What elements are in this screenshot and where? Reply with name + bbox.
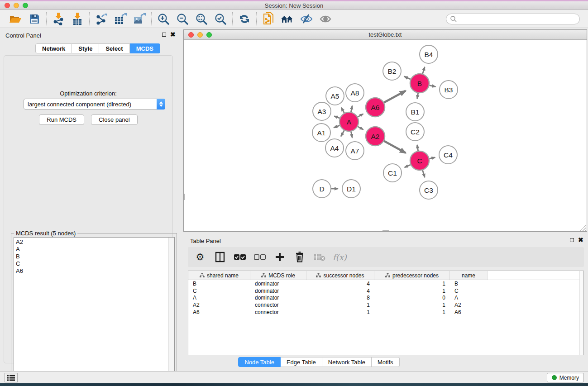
zoom-out-icon[interactable] [175,12,190,26]
table-scrollbar[interactable] [579,271,583,355]
unselect-all-columns-icon[interactable] [253,250,267,264]
run-mcds-button[interactable]: Run MCDS [39,114,84,125]
result-item[interactable]: A [16,246,168,253]
zoom-in-icon[interactable] [156,12,171,26]
table-row[interactable]: Adominator80A [188,294,583,301]
import-network-icon[interactable] [51,12,66,26]
search-field[interactable] [446,14,580,24]
table-cell[interactable]: A6 [188,309,250,316]
edge-A6-B[interactable] [384,91,406,103]
export-network-icon[interactable] [94,12,109,26]
table-cell[interactable]: 1 [374,280,450,287]
tab-motifs[interactable]: Motifs [372,357,400,367]
canvas-hscroll-stub[interactable] [382,230,389,231]
table-cell[interactable]: A2 [188,301,250,309]
edge-A-A4[interactable] [341,130,344,136]
edge-A-A2[interactable] [358,127,363,130]
delete-table-icon[interactable] [313,250,326,264]
column-header-name[interactable]: name [450,271,488,280]
edge-A2-C[interactable] [384,141,406,153]
table-cell[interactable]: A2 [450,301,488,309]
result-item[interactable]: A6 [16,267,168,275]
edge-C-C3[interactable] [423,170,425,177]
table-row[interactable]: Cdominator41C [188,287,583,295]
edge-C-C1[interactable] [405,165,411,167]
edge-A-A3[interactable] [334,116,339,119]
edge-C-C4[interactable] [430,157,435,159]
edge-B-B1[interactable] [417,93,418,99]
result-item[interactable]: B [16,253,168,260]
select-all-columns-icon[interactable] [233,250,247,264]
canvas-vscroll-stub[interactable] [184,194,185,200]
table-cell[interactable]: 4 [306,287,374,295]
task-history-button[interactable] [5,373,18,382]
column-header-shared-name[interactable]: shared name [188,271,250,280]
open-session-icon[interactable] [8,12,23,26]
table-cell[interactable]: C [450,287,488,295]
criterion-dropdown[interactable]: largest connected component (directed) [24,99,165,110]
table-cell[interactable]: 8 [306,294,374,301]
function-builder-icon[interactable]: f(x) [333,253,347,262]
show-all-networks-icon[interactable] [280,12,295,26]
table-row[interactable]: A6connector11A6 [188,309,583,316]
edge-A-A7[interactable] [351,132,352,138]
table-cell[interactable]: 1 [374,287,450,295]
memory-button[interactable]: Memory [547,373,584,382]
table-cell[interactable]: dominator [250,287,306,295]
import-table-icon[interactable] [70,12,85,26]
column-header-MCDS-role[interactable]: MCDS role [250,271,306,280]
table-cell[interactable]: dominator [250,280,306,287]
result-item[interactable]: C [16,260,168,267]
save-session-icon[interactable] [27,12,42,26]
column-header-successor-nodes[interactable]: successor nodes [306,271,374,280]
table-cell[interactable]: 0 [374,294,450,301]
table-panel-close-icon[interactable]: ✖ [578,238,583,242]
edge-B-B3[interactable] [430,86,436,87]
tab-edge-table[interactable]: Edge Table [281,357,322,367]
table-row[interactable]: Bdominator41B [188,280,583,287]
add-column-icon[interactable] [273,250,287,264]
table-cell[interactable]: A [188,294,250,301]
table-settings-gear-icon[interactable]: ⚙ [193,250,207,264]
delete-column-icon[interactable] [293,250,306,264]
result-item[interactable]: A2 [16,238,168,246]
tab-select[interactable]: Select [99,43,129,53]
search-input[interactable] [457,15,579,22]
table-panel-float-icon[interactable] [570,238,574,242]
table-cell[interactable]: 1 [306,309,374,316]
edge-A-A8[interactable] [351,106,352,112]
edge-A-A1[interactable] [334,125,339,128]
column-header-predecessor-nodes[interactable]: predecessor nodes [374,271,450,280]
tab-mcds[interactable]: MCDS [130,43,160,53]
table-cell[interactable]: A6 [450,309,488,316]
table-cell[interactable]: connector [250,301,306,309]
table-cell[interactable]: C [188,287,250,295]
table-cell[interactable]: 1 [306,301,374,309]
refresh-layout-icon[interactable] [237,12,252,26]
tab-node-table[interactable]: Node Table [238,357,281,367]
edge-B-B4[interactable] [423,67,425,74]
export-table-icon[interactable] [113,12,128,26]
network-graph[interactable]: B4B2BB3A5A8A6A3AB1A1A2C2A4A7C4C1CC3DD1 [184,40,587,231]
control-panel-close-icon[interactable]: ✖ [170,32,176,37]
edge-C-C2[interactable] [417,145,418,151]
show-column-icon[interactable] [213,250,227,264]
table-row[interactable]: A2connector11A2 [188,301,583,309]
table-cell[interactable]: 1 [374,309,450,316]
clone-network-icon[interactable] [261,12,276,26]
table-cell[interactable]: connector [250,309,306,316]
control-panel-float-icon[interactable] [162,33,166,37]
table-cell[interactable]: 1 [374,301,450,309]
hide-graphics-details-icon[interactable] [299,12,314,26]
tab-network[interactable]: Network [35,43,72,53]
zoom-fit-icon[interactable] [194,12,209,26]
table-cell[interactable]: B [450,280,488,287]
network-canvas[interactable]: B4B2BB3A5A8A6A3AB1A1A2C2A4A7C4C1CC3DD1 [184,40,587,231]
export-image-icon[interactable] [132,12,147,26]
resize-grip[interactable] [580,224,586,231]
network-view-titlebar[interactable]: testGlobe.txt [184,30,587,40]
show-graphics-details-icon[interactable] [318,12,333,26]
edge-A-A6[interactable] [358,114,363,117]
close-panel-button[interactable]: Close panel [91,114,138,125]
tab-style[interactable]: Style [72,43,99,53]
